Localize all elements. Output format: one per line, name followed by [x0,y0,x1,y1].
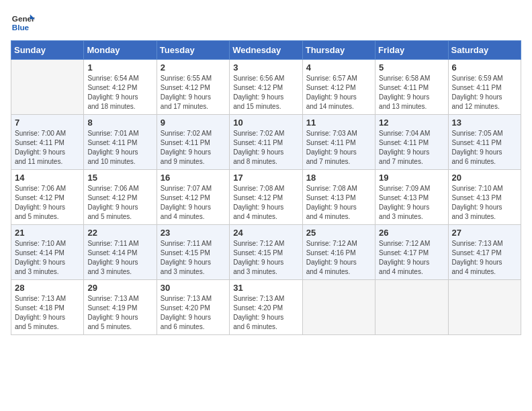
day-number: 17 [233,173,298,183]
header-tuesday: Tuesday [157,41,229,60]
logo-icon: General Blue [11,11,35,35]
day-number: 15 [87,173,152,183]
calendar-cell [302,280,375,335]
day-info: Sunrise: 7:13 AM Sunset: 4:20 PM Dayligh… [233,294,298,332]
header-wednesday: Wednesday [230,41,302,60]
day-info: Sunrise: 7:01 AM Sunset: 4:11 PM Dayligh… [87,129,152,167]
calendar-cell: 2Sunrise: 6:55 AM Sunset: 4:12 PM Daylig… [157,60,229,115]
calendar-cell: 14Sunrise: 7:06 AM Sunset: 4:12 PM Dayli… [11,170,84,225]
day-number: 13 [452,118,517,128]
day-number: 9 [161,118,226,128]
header-monday: Monday [84,41,157,60]
day-number: 12 [379,118,444,128]
calendar-cell [375,280,448,335]
day-info: Sunrise: 7:12 AM Sunset: 4:16 PM Dayligh… [306,239,371,277]
day-number: 19 [379,173,444,183]
calendar-cell: 31Sunrise: 7:13 AM Sunset: 4:20 PM Dayli… [230,280,302,335]
calendar-cell: 12Sunrise: 7:04 AM Sunset: 4:11 PM Dayli… [375,115,448,170]
header-friday: Friday [375,41,448,60]
calendar-cell: 11Sunrise: 7:03 AM Sunset: 4:11 PM Dayli… [302,115,375,170]
day-number: 11 [306,118,371,128]
calendar-week-5: 28Sunrise: 7:13 AM Sunset: 4:18 PM Dayli… [11,280,521,335]
day-number: 30 [161,283,226,293]
day-info: Sunrise: 7:10 AM Sunset: 4:13 PM Dayligh… [452,184,517,222]
calendar-cell: 6Sunrise: 6:59 AM Sunset: 4:11 PM Daylig… [448,60,521,115]
day-info: Sunrise: 7:13 AM Sunset: 4:18 PM Dayligh… [15,294,80,332]
day-info: Sunrise: 7:02 AM Sunset: 4:11 PM Dayligh… [233,129,298,167]
day-number: 25 [306,228,371,238]
calendar-cell: 25Sunrise: 7:12 AM Sunset: 4:16 PM Dayli… [302,225,375,280]
day-info: Sunrise: 6:59 AM Sunset: 4:11 PM Dayligh… [452,74,517,111]
day-number: 14 [15,173,80,183]
calendar-table: SundayMondayTuesdayWednesdayThursdayFrid… [11,40,521,335]
header-sunday: Sunday [11,41,84,60]
day-info: Sunrise: 6:56 AM Sunset: 4:12 PM Dayligh… [233,74,298,111]
day-info: Sunrise: 7:03 AM Sunset: 4:11 PM Dayligh… [306,129,371,167]
day-number: 23 [161,228,226,238]
calendar-cell: 7Sunrise: 7:00 AM Sunset: 4:11 PM Daylig… [11,115,84,170]
day-info: Sunrise: 7:08 AM Sunset: 4:13 PM Dayligh… [306,184,371,222]
calendar-week-2: 7Sunrise: 7:00 AM Sunset: 4:11 PM Daylig… [11,115,521,170]
calendar-cell: 3Sunrise: 6:56 AM Sunset: 4:12 PM Daylig… [230,60,302,115]
day-info: Sunrise: 6:57 AM Sunset: 4:12 PM Dayligh… [306,74,371,111]
day-info: Sunrise: 7:06 AM Sunset: 4:12 PM Dayligh… [15,184,80,222]
day-info: Sunrise: 7:05 AM Sunset: 4:11 PM Dayligh… [452,129,517,167]
day-number: 21 [15,228,80,238]
calendar-cell: 30Sunrise: 7:13 AM Sunset: 4:20 PM Dayli… [157,280,229,335]
day-info: Sunrise: 7:13 AM Sunset: 4:20 PM Dayligh… [161,294,226,332]
day-info: Sunrise: 7:11 AM Sunset: 4:15 PM Dayligh… [161,239,226,277]
day-number: 4 [306,62,371,73]
day-info: Sunrise: 7:06 AM Sunset: 4:12 PM Dayligh… [87,184,152,222]
day-number: 29 [87,283,152,293]
day-number: 18 [306,173,371,183]
calendar-cell: 8Sunrise: 7:01 AM Sunset: 4:11 PM Daylig… [84,115,157,170]
header-saturday: Saturday [448,41,521,60]
calendar-cell: 29Sunrise: 7:13 AM Sunset: 4:19 PM Dayli… [84,280,157,335]
calendar-cell: 9Sunrise: 7:02 AM Sunset: 4:11 PM Daylig… [157,115,229,170]
day-info: Sunrise: 6:58 AM Sunset: 4:11 PM Dayligh… [379,74,444,111]
calendar-cell: 16Sunrise: 7:07 AM Sunset: 4:12 PM Dayli… [157,170,229,225]
day-number: 6 [452,62,517,73]
calendar-cell: 24Sunrise: 7:12 AM Sunset: 4:15 PM Dayli… [230,225,302,280]
calendar-cell: 15Sunrise: 7:06 AM Sunset: 4:12 PM Dayli… [84,170,157,225]
calendar-cell: 20Sunrise: 7:10 AM Sunset: 4:13 PM Dayli… [448,170,521,225]
calendar-cell: 28Sunrise: 7:13 AM Sunset: 4:18 PM Dayli… [11,280,84,335]
day-info: Sunrise: 7:00 AM Sunset: 4:11 PM Dayligh… [15,129,80,167]
calendar-cell: 13Sunrise: 7:05 AM Sunset: 4:11 PM Dayli… [448,115,521,170]
calendar-cell: 1Sunrise: 6:54 AM Sunset: 4:12 PM Daylig… [84,60,157,115]
calendar-week-3: 14Sunrise: 7:06 AM Sunset: 4:12 PM Dayli… [11,170,521,225]
day-info: Sunrise: 7:13 AM Sunset: 4:19 PM Dayligh… [87,294,152,332]
day-info: Sunrise: 6:54 AM Sunset: 4:12 PM Dayligh… [87,74,152,111]
calendar-cell: 5Sunrise: 6:58 AM Sunset: 4:11 PM Daylig… [375,60,448,115]
calendar-cell [11,60,84,115]
day-info: Sunrise: 7:11 AM Sunset: 4:14 PM Dayligh… [87,239,152,277]
calendar-cell: 18Sunrise: 7:08 AM Sunset: 4:13 PM Dayli… [302,170,375,225]
calendar-week-1: 1Sunrise: 6:54 AM Sunset: 4:12 PM Daylig… [11,60,521,115]
day-number: 5 [379,62,444,73]
day-number: 28 [15,283,80,293]
calendar-cell: 17Sunrise: 7:08 AM Sunset: 4:12 PM Dayli… [230,170,302,225]
calendar-cell: 19Sunrise: 7:09 AM Sunset: 4:13 PM Dayli… [375,170,448,225]
day-info: Sunrise: 7:10 AM Sunset: 4:14 PM Dayligh… [15,239,80,277]
calendar-cell: 21Sunrise: 7:10 AM Sunset: 4:14 PM Dayli… [11,225,84,280]
day-info: Sunrise: 7:08 AM Sunset: 4:12 PM Dayligh… [233,184,298,222]
day-number: 22 [87,228,152,238]
day-number: 8 [87,118,152,128]
day-number: 2 [161,62,226,73]
page-header: General Blue [11,11,521,35]
calendar-cell: 10Sunrise: 7:02 AM Sunset: 4:11 PM Dayli… [230,115,302,170]
header-thursday: Thursday [302,41,375,60]
day-number: 1 [87,62,152,73]
day-info: Sunrise: 7:07 AM Sunset: 4:12 PM Dayligh… [161,184,226,222]
day-info: Sunrise: 6:55 AM Sunset: 4:12 PM Dayligh… [161,74,226,111]
day-info: Sunrise: 7:02 AM Sunset: 4:11 PM Dayligh… [161,129,226,167]
calendar-cell [448,280,521,335]
calendar-cell: 26Sunrise: 7:12 AM Sunset: 4:17 PM Dayli… [375,225,448,280]
calendar-cell: 23Sunrise: 7:11 AM Sunset: 4:15 PM Dayli… [157,225,229,280]
calendar-week-4: 21Sunrise: 7:10 AM Sunset: 4:14 PM Dayli… [11,225,521,280]
day-info: Sunrise: 7:12 AM Sunset: 4:15 PM Dayligh… [233,239,298,277]
calendar-cell: 22Sunrise: 7:11 AM Sunset: 4:14 PM Dayli… [84,225,157,280]
calendar-cell: 27Sunrise: 7:13 AM Sunset: 4:17 PM Dayli… [448,225,521,280]
logo: General Blue [11,11,35,35]
day-number: 20 [452,173,517,183]
